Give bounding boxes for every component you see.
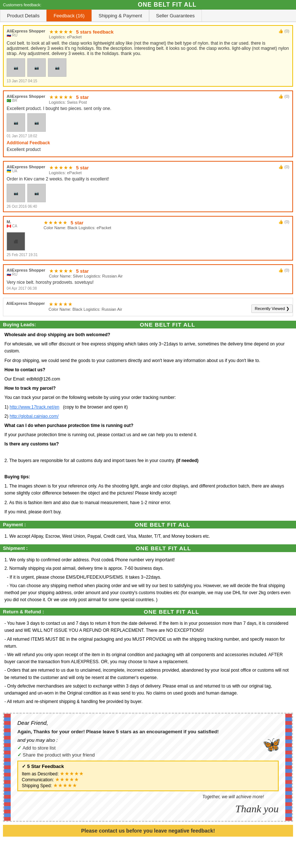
thank-you-text: Thank you	[17, 803, 279, 815]
bl-line-1: Wholesale and drop shipping are both wel…	[4, 331, 292, 338]
shipment-content: 1. We only ship to confirmed order addre…	[0, 552, 296, 608]
recently-viewed-button[interactable]: Recently Viewed ❯	[251, 304, 293, 313]
buying-leads-header: Buying Leads: ONE BELT FIT ALL	[0, 321, 296, 328]
reviewer-name-4: M.	[7, 220, 40, 224]
payment-center-title: ONE BELT FIT ALL	[29, 521, 296, 528]
tab-product-details[interactable]: Product Details	[0, 10, 47, 21]
return-line-4: - Orders that are returned to us due to …	[4, 667, 292, 681]
review-text-2: Excellent product. I bought two pieces. …	[7, 106, 289, 111]
stars-1: ★★★★★	[49, 29, 73, 35]
review-img-2b: 📷	[27, 113, 46, 132]
feedback-label-communication: Communication:	[22, 777, 55, 782]
stars-label-1: 5 stars feedback	[76, 29, 114, 35]
review-text-5: Very nice belt. horoshy prodovets. sovet…	[7, 280, 289, 285]
customers-feedback-label: Customers feedback:	[3, 3, 41, 7]
buying-leads-center-title: ONE BELT FIT ALL	[39, 321, 296, 328]
logistics-3: Logistics: ePacket	[49, 170, 289, 175]
bl-line-7: You can track your parcel on the followi…	[4, 394, 292, 401]
review-img-4a: ⬛	[7, 232, 25, 251]
feedback-stars-shipping: ★★★★★	[53, 782, 77, 788]
thumbs-2[interactable]: 👍 (0)	[278, 94, 290, 99]
together-text: Together, we will achieve more!	[17, 794, 264, 799]
reviewer-name-2: AliExpress Shopper	[7, 94, 45, 99]
review-text-3: Order in Kiev came 2 weeks. the quality …	[7, 176, 289, 182]
bl-line-13: 2. The buyers are responsible for all cu…	[4, 457, 292, 464]
logistics-2: Logistics: Swiss Post	[49, 100, 289, 104]
tab-seller[interactable]: Seller Guarantees	[149, 10, 202, 21]
reviewer-flag-4: 🇨🇦 CA	[7, 224, 40, 228]
additional-feedback-text-2: Excellent product	[7, 147, 289, 152]
feedback-item-shipping: Shipping Sped: ★★★★★	[22, 782, 274, 788]
return-line-3: - We will refund you only upon receipt o…	[4, 651, 292, 665]
payment-text: 1. We accept Alipay, Escrow, West Union,…	[4, 533, 292, 540]
shipment-line-3: - If it is urgent, please choose EMS/DHL…	[4, 574, 292, 581]
review-card-3: AliExpress Shopper 🇺🇦 UA ★★★★★ 5 star Lo…	[3, 161, 293, 212]
stars-label-2: 5 star	[76, 94, 89, 100]
review-card-1: AliExpress Shopper 🇷🇺 RU ★★★★★ 5 stars f…	[3, 25, 293, 87]
thumbs-5[interactable]: 👍 (0)	[278, 268, 290, 273]
bl-line-12: Is there any customs tax?	[4, 441, 292, 448]
thank-you-inner: Dear Friend, Again, Thanks for your orde…	[17, 720, 279, 815]
shipment-line-1: 1. We only ship to confirmed order addre…	[4, 557, 292, 564]
top-bar-title: ONE BELT FIT ALL	[41, 1, 293, 8]
stars-2: ★★★★★	[49, 94, 73, 100]
bl-line-11: If your purchase protection time is runn…	[4, 431, 292, 438]
reviewer-flag-1: 🇷🇺 RU	[7, 33, 45, 37]
track-link-2[interactable]: http://global.cainiao.com/	[10, 414, 59, 419]
tab-shipping[interactable]: Shipping & Payment	[92, 10, 149, 21]
track-link-1[interactable]: http://www.17track.net/en	[10, 404, 59, 410]
bl-line-5: Our Email: edbltd@126.com	[4, 376, 292, 383]
bl-line-14: Buying tips:	[4, 473, 292, 480]
review-card-partial: AliExpress Shopper ★★★★★ Color Name: Bla…	[3, 298, 293, 316]
tab-feedback[interactable]: Feedback (16)	[47, 10, 92, 21]
stars-5: ★★★★★	[49, 268, 73, 274]
reviewer-info-partial: AliExpress Shopper	[6, 301, 45, 306]
bl-line-4: How to contact us?	[4, 366, 292, 373]
review-date-3: 26 Oct 2016 06:40	[7, 204, 289, 209]
stars-3: ★★★★★	[49, 165, 73, 170]
feedback-stars-described: ★★★★★	[60, 771, 84, 776]
dear-friend-text: Dear Friend,	[17, 720, 279, 726]
reviewer-name-1: AliExpress Shopper	[7, 29, 45, 33]
review-date-4: 25 Feb 2017 19:31	[7, 253, 289, 257]
shipment-line-4: - You can choose any shipping method whe…	[4, 582, 292, 604]
return-label: Return & Refund :	[0, 608, 47, 616]
stars-label-3: 5 star	[76, 165, 89, 170]
reviewer-name-5: AliExpress Shopper	[7, 268, 45, 272]
thumbs-1[interactable]: 👍 (0)	[278, 29, 290, 34]
return-content: - You have 3 days to contact us and 7 da…	[0, 616, 296, 710]
buying-leads-label: Buying Leads:	[0, 321, 39, 328]
feedback-box: ✓ 5 Star Feedback Item as Described: ★★★…	[17, 761, 279, 791]
reviewer-name-3: AliExpress Shopper	[7, 165, 45, 169]
butterfly-icon: 🦋	[262, 736, 281, 753]
shipment-header: Shipment : ONE BELT FIT ALL	[0, 544, 296, 552]
bl-line-10: What can I do when purchase protection t…	[4, 422, 292, 429]
bl-line-2: For wholesale, we will offer discount or…	[4, 341, 292, 355]
shipment-line-2: 2. Normally shipping via post airmail, d…	[4, 565, 292, 572]
stars-partial: ★★★★★	[49, 301, 73, 307]
reviewer-flag-3: 🇺🇦 UA	[7, 169, 45, 173]
payment-header: Payment : ONE BELT FIT ALL	[0, 521, 296, 528]
bl-line-8: 1) http://www.17track.net/en (copy to th…	[4, 404, 292, 411]
review-date-5: 04 Apr 2017 06:38	[7, 286, 289, 290]
review-img-3b: 📷	[27, 184, 46, 202]
shipment-label: Shipment :	[0, 544, 31, 552]
feedback-item-communication: Communication: ★★★★★	[22, 776, 274, 782]
bl-line-15: 1. The images shown is for your referenc…	[4, 483, 292, 497]
review-img-3a: 📷	[7, 184, 25, 202]
review-card-2: AliExpress Shopper 🇧🇷 BR ★★★★★ 5 star Lo…	[3, 90, 293, 157]
feedback-label-described: Item as Described:	[22, 771, 60, 776]
shipment-center-title: ONE BELT FIT ALL	[31, 545, 296, 551]
return-header: Return & Refund : ONE BELT FIT ALL	[0, 608, 296, 616]
thumbs-4[interactable]: 👍 (0)	[278, 220, 290, 224]
review-images-3: 📷 📷	[7, 184, 289, 202]
checklist-share: ✓ Share the product with your friend	[17, 752, 279, 758]
thanks-text: Again, Thanks for your order! Please lea…	[17, 729, 279, 734]
stars-label-4: 5 star	[70, 220, 83, 225]
nav-tabs: Product Details Feedback (16) Shipping &…	[0, 10, 296, 22]
top-bar: Customers feedback: ONE BELT FIT ALL	[0, 0, 296, 10]
thumbs-3[interactable]: 👍 (0)	[278, 165, 290, 169]
bl-line-16: 2. As this is fashion item and also due …	[4, 499, 292, 506]
stars-label-5: 5 star	[76, 268, 89, 274]
reviewer-info-3: AliExpress Shopper 🇺🇦 UA	[7, 165, 45, 173]
